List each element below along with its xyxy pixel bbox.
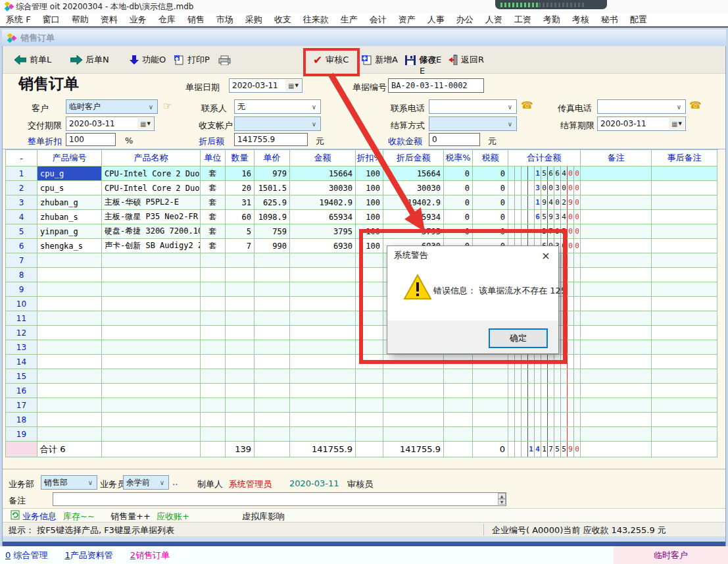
remark-input[interactable] [53,492,506,506]
delivery-date-field[interactable]: 2020-03-11▦▼ [66,116,155,131]
table-row[interactable]: 9 [6,282,718,297]
phone-combo[interactable]: ∨ [429,99,517,114]
grid-cell[interactable] [201,384,226,398]
grid-cell[interactable] [473,355,508,369]
grid-cell[interactable]: 5 [226,224,255,239]
grid-cell[interactable] [290,311,356,326]
grid-cell[interactable]: 100 [356,239,383,253]
grid-cell[interactable]: CPU-Intel Core 2 Duo E65 [102,181,201,195]
grid-cell[interactable]: 990 [255,239,290,253]
grid-cell[interactable]: 12 [6,326,37,340]
menu-item[interactable]: 配置 [624,14,653,26]
grid-cell[interactable] [290,398,356,413]
grid-cell[interactable] [581,398,652,413]
table-row[interactable]: 14 [6,355,718,369]
grid-cell[interactable]: 套 [201,181,226,195]
taskbar-item-main[interactable]: 0 综合管理 [5,550,47,561]
grid-cell[interactable] [581,413,652,427]
save-button[interactable]: 保存E修改E [402,51,444,68]
grid-cell[interactable] [37,355,102,369]
grid-cell[interactable] [226,355,255,369]
next-doc-button[interactable]: 后单N [68,51,112,68]
grid-cell[interactable] [290,297,356,311]
grid-cell[interactable] [356,253,383,268]
grid-cell[interactable] [255,398,290,413]
grid-cell[interactable]: 65934 [290,210,356,224]
grid-cell[interactable] [356,311,383,326]
grid-cell[interactable] [383,427,444,442]
grid-cell[interactable]: 0 [473,167,508,181]
chevron-down-icon[interactable]: ∨ [157,476,167,489]
grid-cell[interactable] [201,311,226,326]
grid-cell[interactable] [102,340,201,355]
business-info-button[interactable]: 业务信息 [22,511,57,523]
table-row[interactable]: 12 [6,326,718,340]
grid-cell[interactable]: 1098.9 [255,210,290,224]
grid-cell[interactable] [356,384,383,398]
grid-cell[interactable] [356,268,383,282]
doc-date-field[interactable]: 2020-03-11▦▼ [229,78,303,93]
grid-cell[interactable]: 17 [6,398,37,413]
grid-cell[interactable]: 0 [444,181,473,195]
back-button[interactable]: 返回R [446,51,487,68]
grid-cell[interactable]: 6 [6,239,37,253]
remark-scroll-up[interactable]: ▲ [498,493,506,499]
grid-cell[interactable] [226,427,255,442]
menu-item[interactable]: 办公 [450,14,479,26]
grid-cell[interactable] [37,427,102,442]
table-row[interactable]: 19 [6,427,718,442]
chevron-down-icon[interactable]: ∨ [309,117,319,130]
grid-cell[interactable] [290,340,356,355]
grid-cell[interactable] [226,384,255,398]
received-input[interactable]: 0 [429,133,480,146]
grid-cell[interactable] [652,326,717,340]
grid-cell[interactable]: 0 [444,224,473,239]
grid-cell[interactable] [37,413,102,427]
grid-cell[interactable]: 0 [444,210,473,224]
grid-cell[interactable] [37,326,102,340]
grid-cell[interactable] [102,384,201,398]
grid-cell[interactable] [581,253,652,268]
dialog-titlebar[interactable]: 系统警告 [387,246,558,265]
grid-cell[interactable] [581,326,652,340]
grid-cell[interactable] [652,297,717,311]
grid-cell[interactable] [383,398,444,413]
grid-cell[interactable]: 4 [6,210,37,224]
grid-cell[interactable] [652,398,717,413]
grid-cell[interactable]: zhuban_g [37,195,102,210]
menu-item[interactable]: 收支 [268,14,297,26]
grid-cell[interactable] [356,369,383,384]
grid-cell[interactable]: 主板-微星 P35 Neo2-FR [102,210,201,224]
table-row[interactable]: 16 [6,384,718,398]
grid-cell[interactable] [102,413,201,427]
grid-cell[interactable] [652,210,717,224]
grid-cell[interactable] [255,326,290,340]
grid-cell[interactable] [581,195,652,210]
grid-cell[interactable] [383,413,444,427]
table-row[interactable]: 1cpu_gCPU-Intel Core 2 Duo E43套169791566… [6,167,718,181]
calendar-icon[interactable]: ▦▼ [669,118,685,130]
amount-digit-cell[interactable]: 379500 [508,224,581,239]
child-window-titlebar[interactable]: 销售订单 [2,30,726,46]
grid-cell[interactable] [356,282,383,297]
grid-cell[interactable] [226,253,255,268]
grid-cell[interactable]: 主板-华硕 P5PL2-E [102,195,201,210]
grid-cell[interactable] [383,355,444,369]
grid-cell[interactable] [581,239,652,253]
grid-cell[interactable]: 18 [6,413,37,427]
grid-cell[interactable] [652,413,717,427]
grid-cell[interactable] [581,369,652,384]
menu-item[interactable]: 窗口 [37,14,66,26]
functions-button[interactable]: 功能O [127,51,168,68]
grid-cell[interactable] [255,384,290,398]
grid-cell[interactable] [652,167,717,181]
menu-item[interactable]: 系统 F [0,14,37,26]
grid-cell[interactable] [473,384,508,398]
grid-cell[interactable] [102,268,201,282]
grid-cell[interactable] [652,282,717,297]
grid-cell[interactable] [201,297,226,311]
grid-cell[interactable]: 15664 [290,167,356,181]
amount-digit-cell[interactable] [508,427,581,442]
grid-cell[interactable]: cpu_g [37,167,102,181]
grid-cell[interactable]: 100 [356,181,383,195]
